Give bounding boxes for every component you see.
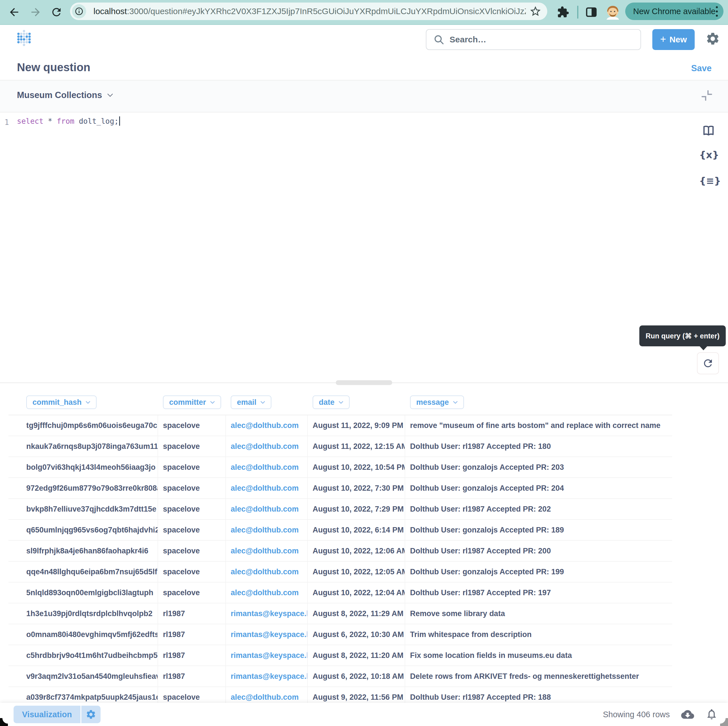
- cell-email[interactable]: rimantas@keyspace.lt: [226, 645, 308, 666]
- cell-date: August 10, 2022, 12:05 AM: [308, 562, 405, 582]
- table-row: 972edg9f26um8779o79o83rre0kr808aspacelov…: [8, 478, 672, 499]
- sql-keyword: from: [57, 117, 75, 126]
- cell-committer: rl1987: [158, 666, 226, 686]
- cell-date: August 10, 2022, 12:06 AM: [308, 541, 405, 561]
- cell-date: August 8, 2022, 11:29 AM: [308, 603, 405, 624]
- visualization-label[interactable]: Visualization: [14, 706, 81, 723]
- column-header-date[interactable]: date: [313, 395, 350, 409]
- native-query-bar: Museum Collections: [0, 81, 728, 112]
- cell-committer: spacelove: [158, 457, 226, 478]
- cell-message: Trim whitespace from description: [405, 624, 672, 645]
- chevron-down-icon: [86, 401, 90, 404]
- url-text: localhost:3000/question#eyJkYXRhc2V0X3F1…: [93, 6, 526, 16]
- cell-committer: spacelove: [158, 478, 226, 498]
- cell-email[interactable]: alec@dolthub.com: [226, 436, 308, 456]
- reload-icon[interactable]: [50, 6, 63, 18]
- sql-editor[interactable]: select * from dolt_log;: [17, 117, 120, 126]
- cell-hash: nkauk7a6rnqs8up3j078inga763um118: [8, 436, 158, 456]
- forward-icon[interactable]: [29, 6, 42, 18]
- search-input[interactable]: Search…: [426, 29, 641, 50]
- chevron-down-icon: [107, 93, 113, 97]
- cell-date: August 8, 2022, 11:20 AM: [308, 645, 405, 666]
- results-table: commit_hash committer email date message…: [8, 383, 672, 708]
- collapse-editor-icon[interactable]: [700, 89, 714, 103]
- bell-icon[interactable]: [705, 708, 719, 721]
- chevron-down-icon: [210, 401, 215, 404]
- column-header-committer[interactable]: committer: [163, 395, 221, 409]
- table-header-row: commit_hash committer email date message: [8, 383, 672, 415]
- browser-menu-icon[interactable]: [716, 6, 718, 17]
- sql-star: *: [43, 117, 57, 126]
- cell-email[interactable]: rimantas@keyspace.lt: [226, 603, 308, 624]
- bottom-bar: Visualization Showing 406 rows: [0, 703, 728, 726]
- cell-email[interactable]: alec@dolthub.com: [226, 541, 308, 561]
- variables-icon[interactable]: {x}: [699, 149, 718, 161]
- url-host: localhost: [93, 6, 127, 16]
- new-button-label: New: [670, 35, 687, 44]
- text-caret: [119, 116, 120, 126]
- cell-email[interactable]: rimantas@keyspace.lt: [226, 666, 308, 686]
- divider: [0, 112, 728, 112]
- visualization-button[interactable]: Visualization: [14, 706, 101, 723]
- table-body: tg9jfffchuj0mp6s6m06uois6euga70cspacelov…: [8, 415, 672, 708]
- chrome-update-button[interactable]: New Chrome available: [625, 3, 723, 20]
- cell-hash: 1h3e1u39pj0rdlqtsrdplcblhvqolpb2: [8, 603, 158, 624]
- cell-message: Dolthub User: gonzalojs Accepted PR: 189: [405, 520, 672, 540]
- cell-hash: v9r3aqm2lv31o5an4540mgleuhsfieav: [8, 666, 158, 686]
- bookmark-star-icon[interactable]: [529, 5, 541, 17]
- cell-email[interactable]: alec@dolthub.com: [226, 478, 308, 498]
- window-corner: [720, 718, 728, 726]
- cell-message: Dolthub User: gonzalojs Accepted PR: 203: [405, 457, 672, 478]
- cell-email[interactable]: alec@dolthub.com: [226, 520, 308, 540]
- cell-message: Dolthub User: rl1987 Accepted PR: 197: [405, 582, 672, 603]
- cell-date: August 11, 2022, 12:15 AM: [308, 436, 405, 456]
- cell-hash: 5nlqld893oqn00emlgigbcli3lagtuph: [8, 582, 158, 603]
- new-button[interactable]: + New: [652, 29, 695, 50]
- cell-committer: spacelove: [158, 541, 226, 561]
- cell-email[interactable]: alec@dolthub.com: [226, 499, 308, 519]
- table-row: qqe4n48llghqu6eipa6bm7nsuj65d5lfspacelov…: [8, 562, 672, 582]
- cell-email[interactable]: alec@dolthub.com: [226, 582, 308, 603]
- cell-message: Dolthub User: rl1987 Accepted PR: 202: [405, 499, 672, 519]
- chevron-down-icon: [339, 401, 343, 404]
- cell-date: August 10, 2022, 7:29 PM: [308, 499, 405, 519]
- column-header-message[interactable]: message: [410, 395, 464, 409]
- back-icon[interactable]: [8, 6, 20, 18]
- cell-email[interactable]: alec@dolthub.com: [226, 457, 308, 478]
- row-count-status: Showing 406 rows: [603, 710, 670, 719]
- cell-committer: spacelove: [158, 436, 226, 456]
- cell-date: August 6, 2022, 10:30 AM: [308, 624, 405, 645]
- refresh-icon: [702, 357, 714, 369]
- download-icon[interactable]: [681, 708, 694, 721]
- toolbar-divider: [577, 6, 578, 18]
- visualization-settings-gear-icon[interactable]: [81, 706, 101, 723]
- cell-committer: rl1987: [158, 624, 226, 645]
- table-row: 1h3e1u39pj0rdlqtsrdplcblhvqolpb2rl1987ri…: [8, 603, 672, 624]
- run-query-tooltip: Run query (⌘ + enter): [639, 325, 726, 346]
- cell-hash: 972edg9f26um8779o79o83rre0kr808a: [8, 478, 158, 498]
- save-button[interactable]: Save: [691, 63, 712, 74]
- cell-email[interactable]: alec@dolthub.com: [226, 415, 308, 436]
- site-info-icon[interactable]: [72, 4, 86, 18]
- column-header-email[interactable]: email: [231, 395, 271, 409]
- profile-avatar[interactable]: [605, 4, 621, 20]
- table-row: 5nlqld893oqn00emlgigbcli3lagtuphspacelov…: [8, 582, 672, 603]
- cell-date: August 10, 2022, 7:30 PM: [308, 478, 405, 498]
- settings-gear-icon[interactable]: [705, 31, 720, 46]
- database-selector[interactable]: Museum Collections: [17, 90, 113, 100]
- cell-email[interactable]: rimantas@keyspace.lt: [226, 624, 308, 645]
- cell-email[interactable]: alec@dolthub.com: [226, 562, 308, 582]
- cell-committer: rl1987: [158, 645, 226, 666]
- run-query-button[interactable]: [697, 352, 719, 374]
- snippets-icon[interactable]: {≡}: [699, 175, 718, 187]
- table-row: c5hrdbbrjv9o4t1m6ht7udbeihcbmp5krl1987ri…: [8, 645, 672, 666]
- column-header-commit-hash[interactable]: commit_hash: [26, 395, 96, 409]
- address-bar[interactable]: localhost:3000/question#eyJkYXRhc2V0X3F1…: [70, 3, 547, 20]
- cell-hash: bvkp8h7elliuve37qjhcddk3m7dtt15e: [8, 499, 158, 519]
- cell-hash: q650umlnjqg965vs6og7qbt6hajdvhi2: [8, 520, 158, 540]
- metabase-logo[interactable]: [17, 29, 31, 47]
- data-reference-icon[interactable]: [699, 124, 718, 137]
- cell-message: Delete rows from ARKIVET freds- og menne…: [405, 666, 672, 686]
- extensions-icon[interactable]: [557, 6, 569, 18]
- side-panel-icon[interactable]: [585, 6, 598, 18]
